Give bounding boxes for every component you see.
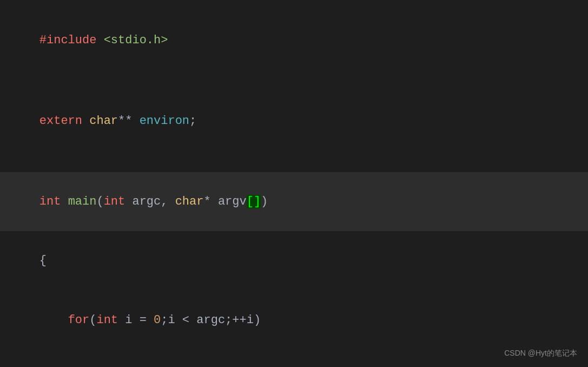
code-line-blank2 <box>11 150 577 172</box>
brace-open: { <box>39 254 47 267</box>
ptr-stars: ** <box>118 114 140 128</box>
paren-close: ) <box>261 195 268 208</box>
code-line-for1: for(int i = 0;i < argc;++i) <box>11 291 577 350</box>
watermark: CSDN @Hyt的笔记本 <box>504 347 577 359</box>
num-0-1: 0 <box>154 313 161 327</box>
include-hash: #include <box>39 34 104 47</box>
kw-int-for1: int <box>96 313 125 327</box>
var-argc: argc, <box>132 195 175 208</box>
ptr-argv: * <box>203 195 217 208</box>
indent1 <box>39 313 68 327</box>
kw-for1: for <box>68 313 90 327</box>
kw-extern: extern <box>39 114 89 128</box>
code-editor: #include <stdio.h> extern char** environ… <box>0 0 588 367</box>
bracket-highlight-close: ] <box>254 195 261 208</box>
code-line-brace-for1: { <box>11 350 577 367</box>
kw-char: char <box>89 114 118 128</box>
code-line-brace-open: { <box>11 231 577 291</box>
code-line-blank1 <box>11 70 577 91</box>
kw-int-main: int <box>39 195 68 208</box>
for1-paren: ( <box>89 313 96 327</box>
code-line-main-sig: int main(int argc, char* argv[]) <box>0 172 588 232</box>
paren-open: ( <box>96 195 103 208</box>
for1-cond: ;i < argc;++i) <box>161 313 261 327</box>
var-environ: environ <box>140 114 189 128</box>
code-line-extern: extern char** environ; <box>11 91 577 151</box>
var-i1: i = <box>125 313 154 327</box>
kw-int-argc: int <box>104 195 133 208</box>
kw-char-argv: char <box>175 195 204 208</box>
semicolon1: ; <box>189 114 196 128</box>
include-file: <stdio.h> <box>104 34 168 47</box>
bracket-highlight: [ <box>247 195 254 208</box>
code-line-1: #include <stdio.h> <box>11 11 577 70</box>
fn-main: main <box>68 195 97 208</box>
var-argv: argv <box>218 195 247 208</box>
